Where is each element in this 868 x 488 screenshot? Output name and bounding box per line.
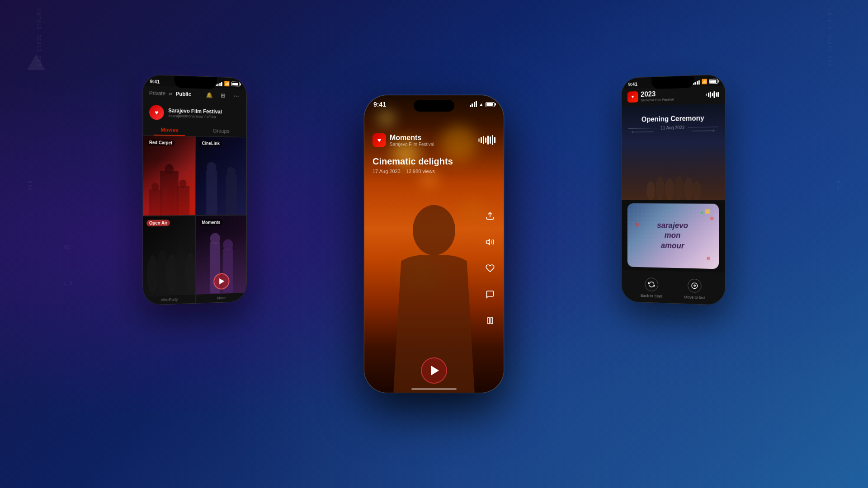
app-heart-icon: ♥ <box>377 136 381 144</box>
red-carpet-bg <box>143 136 195 216</box>
openair-crowd-svg <box>143 224 195 296</box>
phone-right: 9:41 📶 ♥ <box>621 74 726 305</box>
content-grid: Red Carpet CineLink <box>143 136 246 296</box>
video-meta: 17 Aug 2023 12.980 views <box>373 169 495 174</box>
profile-section: ♥ Sarajevo Film Festival #sarajevomonamo… <box>143 101 246 125</box>
left-wifi-icon: 📶 <box>224 81 230 87</box>
svg-point-25 <box>656 176 665 200</box>
ceremony-date: 11 Aug 2023 <box>660 125 684 130</box>
private-label[interactable]: Private <box>149 90 165 97</box>
afterparty-label[interactable]: AfterParty <box>143 295 195 305</box>
svg-point-27 <box>675 175 683 200</box>
phone-center: 9:41 ▲ <box>364 95 504 393</box>
like-button[interactable] <box>482 260 498 277</box>
audience-svg <box>622 152 725 200</box>
moments-label: Moments <box>199 219 223 226</box>
svg-point-26 <box>665 178 675 200</box>
grid-cell-cinelink[interactable]: CineLink <box>196 136 246 215</box>
more-label[interactable]: More <box>196 293 246 303</box>
svg-rect-23 <box>491 318 492 324</box>
decoration-green-dot <box>701 211 703 214</box>
video-date: 17 Aug 2023 <box>373 169 401 174</box>
search-button[interactable]: 🔔 <box>205 90 214 99</box>
main-play-button[interactable] <box>421 357 447 384</box>
center-status-icons: ▲ <box>470 102 495 107</box>
bell-button[interactable]: ⊞ <box>218 90 227 100</box>
svg-marker-21 <box>486 239 490 245</box>
right-arrow-line <box>688 128 718 133</box>
right-phone-header: ♥ 2023 Sarajevo Film Festival <box>622 85 725 106</box>
svg-rect-9 <box>226 175 236 215</box>
decoration-bottom-red <box>635 222 639 226</box>
center-content-overlay: 9:41 ▲ <box>364 95 504 393</box>
profile-avatar: ♥ <box>149 105 164 120</box>
phones-container: 9:41 📶 Private <box>0 0 868 488</box>
cinelink-label: CineLink <box>199 140 222 147</box>
grid-cell-moments[interactable]: Moments <box>196 216 246 295</box>
ceremony-date-row: 11 Aug 2023 <box>628 124 718 131</box>
play-triangle-icon <box>431 366 439 375</box>
heart-icon <box>486 264 495 273</box>
right-status-icons: 📶 <box>693 78 718 84</box>
refresh-icon <box>648 281 655 288</box>
comment-icon <box>486 290 495 299</box>
skip-icon <box>691 282 698 289</box>
left-status-icons: 📶 <box>215 80 240 87</box>
left-phone-notch <box>174 76 217 89</box>
decoration-red-dot <box>710 217 714 221</box>
share-button[interactable] <box>482 208 498 224</box>
right-phone-notch <box>651 76 694 89</box>
pause-button[interactable] <box>482 313 498 329</box>
back-to-start-action[interactable]: Back to Start <box>641 277 662 299</box>
volume-icon <box>486 238 495 247</box>
grid-cell-red-carpet[interactable]: Red Carpet <box>143 136 195 216</box>
center-home-indicator <box>411 388 457 390</box>
public-label[interactable]: Public <box>176 91 191 97</box>
app-logo-text: Moments Sarajevo Film Festival <box>390 134 434 147</box>
app-logo-icon: ♥ <box>373 133 386 147</box>
video-views: 12.980 views <box>406 169 435 174</box>
move-to-last-action[interactable]: Move to last <box>684 278 705 300</box>
ceremony-overlay: Opening Ceremony 11 Aug 2023 <box>622 109 725 135</box>
video-title: Cinematic delights <box>373 156 495 167</box>
cinelink-figures-svg <box>196 152 246 215</box>
right-wifi-icon: 📶 <box>702 79 708 84</box>
ceremony-title: Opening Ceremony <box>628 114 718 123</box>
red-carpet-label: Red Carpet <box>146 139 175 146</box>
grid-cell-openair[interactable]: Open Air <box>143 216 195 296</box>
heart-logo-icon: ♥ <box>155 109 158 116</box>
app-name: Moments <box>390 134 434 142</box>
menu-button[interactable]: ⋯ <box>231 91 241 100</box>
right-app-icon: ♥ <box>627 91 638 102</box>
svg-line-31 <box>692 131 714 131</box>
back-to-start-label: Back to Start <box>641 294 662 299</box>
share-icon <box>486 211 495 221</box>
right-audio-bars <box>706 91 719 98</box>
tab-movies[interactable]: Movies <box>143 123 195 136</box>
phone-center-inner: 9:41 ▲ <box>364 95 504 393</box>
moments-play-icon <box>219 278 224 285</box>
toggle-group: Private ⇄ Public <box>149 90 191 97</box>
move-to-last-label: Move to last <box>684 295 705 300</box>
center-battery-icon <box>486 102 495 107</box>
svg-point-29 <box>693 181 701 200</box>
center-wifi-icon: ▲ <box>479 102 484 107</box>
app-logo: ♥ Moments Sarajevo Film Festival <box>373 133 434 147</box>
svg-point-15 <box>185 253 195 292</box>
left-arrow-line <box>628 130 657 135</box>
movie-card[interactable]: sarajevo mon amour <box>627 203 719 269</box>
right-time: 9:41 <box>628 81 637 87</box>
comment-button[interactable] <box>482 286 498 303</box>
center-time: 9:41 <box>373 101 386 108</box>
svg-point-8 <box>207 162 216 173</box>
center-bottom <box>421 357 447 384</box>
dynamic-island <box>414 100 454 112</box>
toggle-icon: ⇄ <box>169 91 173 96</box>
volume-button[interactable] <box>482 234 498 250</box>
tab-groups[interactable]: Groups <box>196 124 246 137</box>
right-heart-icon: ♥ <box>632 94 634 99</box>
year-subtitle: Sarajevo Film Festival <box>641 98 674 103</box>
audio-bars[interactable] <box>478 135 495 145</box>
left-time: 9:41 <box>150 79 160 84</box>
left-header-actions: 🔔 ⊞ ⋯ <box>205 90 241 100</box>
